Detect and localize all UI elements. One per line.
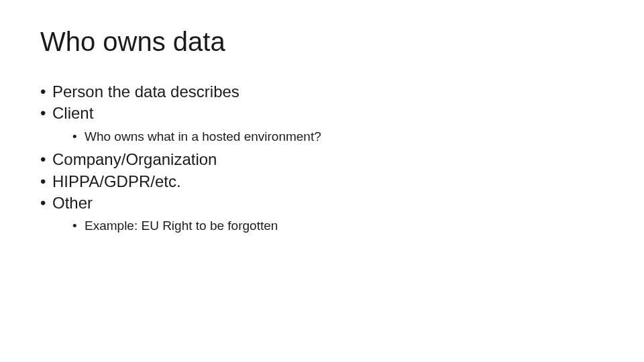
bullet-item: Person the data describes [40,81,604,103]
bullet-text: HIPPA/GDPR/etc. [52,172,181,190]
sub-text: Who owns what in a hosted environment? [85,129,321,143]
bullet-text: Client [52,104,93,122]
bullet-item: Company/Organization [40,149,604,170]
bullet-item: HIPPA/GDPR/etc. [40,171,604,192]
sub-text: Example: EU Right to be forgotten [85,219,278,233]
bullet-text: Person the data describes [52,82,239,101]
bullet-list: Person the data describes Client Who own… [40,81,604,236]
sub-item: Who owns what in a hosted environment? [72,127,604,147]
sub-item: Example: EU Right to be forgotten [72,217,604,236]
bullet-text: Other [52,194,93,212]
bullet-item: Other Example: EU Right to be forgotten [40,192,604,236]
sub-list: Example: EU Right to be forgotten [52,217,604,236]
sub-list: Who owns what in a hosted environment? [52,127,604,147]
bullet-text: Company/Organization [52,150,217,168]
slide-title: Who owns data [40,27,604,57]
bullet-item: Client Who owns what in a hosted environ… [40,103,604,146]
